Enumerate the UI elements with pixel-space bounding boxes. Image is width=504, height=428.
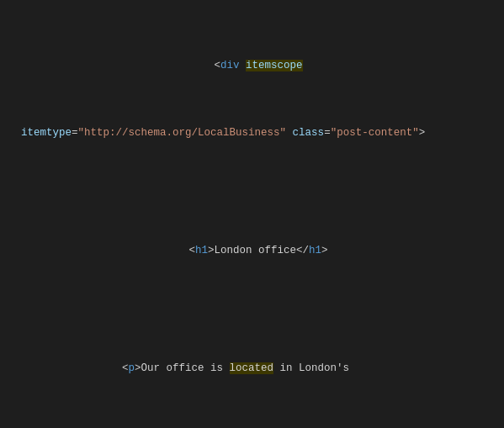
line-3 xyxy=(8,175,496,192)
line-6: <p>Our office is located in London's xyxy=(8,343,496,377)
line-7: creative capital Soho.</p> xyxy=(8,410,496,428)
line-1: <div itemscope xyxy=(8,40,496,74)
code-editor: <div itemscope itemtype="http://schema.o… xyxy=(8,7,496,428)
line-4: <h1>London office</h1> xyxy=(8,225,496,259)
line-5 xyxy=(8,293,496,309)
line-2: itemtype="http://schema.org/LocalBusines… xyxy=(8,108,496,141)
